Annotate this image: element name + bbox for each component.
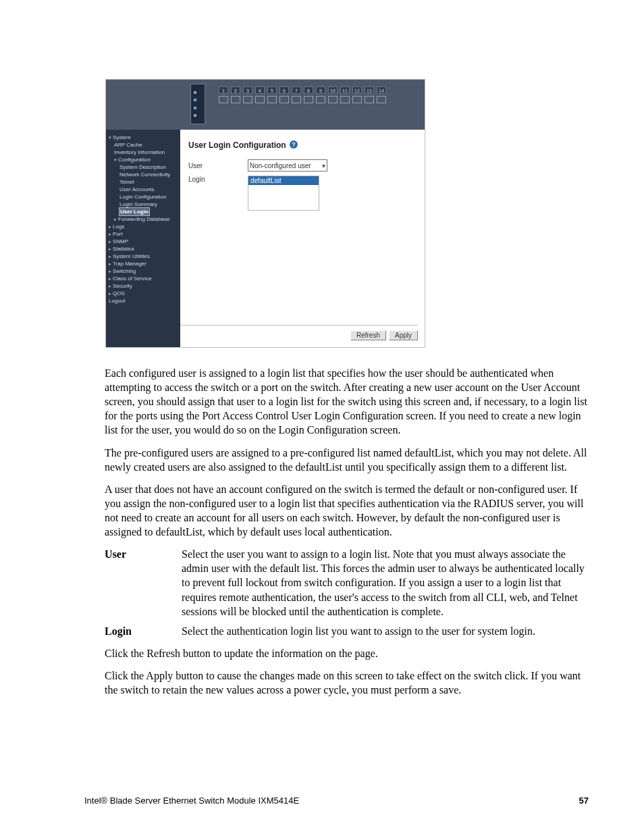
- nav-item[interactable]: SNMP: [109, 238, 178, 245]
- port-socket-icon: [328, 96, 338, 103]
- help-icon[interactable]: ?: [290, 140, 298, 149]
- port-number: 11: [340, 86, 350, 94]
- nav-item[interactable]: Logout: [109, 297, 178, 305]
- footer-product: Intel® Blade Server Ethernet Switch Modu…: [84, 796, 299, 806]
- login-listbox[interactable]: defaultList: [248, 176, 319, 211]
- nav-item[interactable]: Login Summary: [109, 201, 178, 208]
- port-number: 6: [279, 86, 289, 94]
- content-panel: User Login Configuration ? User Non-conf…: [180, 130, 425, 347]
- def-term-user: User: [105, 547, 182, 619]
- nav-item[interactable]: Class of Service: [109, 275, 178, 282]
- paragraph: Click the Refresh button to update the i…: [105, 646, 589, 660]
- refresh-button[interactable]: Refresh: [350, 330, 386, 340]
- embedded-screenshot: 1234567891011121314 SystemARP CacheInven…: [106, 80, 425, 347]
- port-socket-icon: [340, 96, 350, 103]
- def-term-login: Login: [105, 624, 182, 638]
- nav-item[interactable]: Logs: [109, 223, 178, 230]
- port-socket-icon: [292, 96, 301, 103]
- port-socket-icon: [255, 96, 265, 103]
- port-number: 9: [316, 86, 325, 94]
- port-socket-icon: [219, 96, 228, 103]
- port-number: 13: [365, 86, 374, 94]
- port-number: 8: [304, 86, 313, 94]
- port-number: 3: [243, 86, 252, 94]
- user-label: User: [188, 162, 248, 170]
- nav-item[interactable]: System: [109, 134, 178, 141]
- nav-item[interactable]: Statistics: [109, 245, 178, 253]
- def-desc-user: Select the user you want to assign to a …: [182, 547, 589, 619]
- paragraph: Each configured user is assigned to a lo…: [105, 366, 589, 438]
- port-socket-icon: [304, 96, 313, 103]
- port-socket-icon: [316, 96, 325, 103]
- user-select[interactable]: Non-configured user▾: [248, 159, 327, 172]
- paragraph: A user that does not have an account con…: [105, 482, 589, 539]
- nav-item[interactable]: Login Configuration: [109, 193, 178, 201]
- port-socket-icon: [231, 96, 240, 103]
- port-number: 1: [219, 86, 228, 94]
- chevron-down-icon: ▾: [319, 162, 325, 170]
- port-socket-icon: [279, 96, 289, 103]
- port-number: 12: [352, 86, 362, 94]
- nav-item[interactable]: ARP Cache: [109, 141, 178, 149]
- nav-item[interactable]: System Utilities: [109, 253, 178, 260]
- login-listbox-selected[interactable]: defaultList: [248, 176, 319, 185]
- login-label: Login: [188, 176, 248, 183]
- port-socket-icon: [365, 96, 374, 103]
- nav-item[interactable]: Security: [109, 282, 178, 290]
- port-number: 4: [255, 86, 265, 94]
- nav-item[interactable]: Forwarding Database: [109, 215, 178, 223]
- paragraph: Click the Apply button to cause the chan…: [105, 669, 589, 697]
- port-number: 7: [292, 86, 301, 94]
- definition-list: User Select the user you want to assign …: [105, 547, 589, 638]
- nav-item[interactable]: System Description: [109, 163, 178, 171]
- footer-page-number: 57: [579, 796, 589, 806]
- screenshot-banner: 1234567891011121314: [106, 80, 425, 130]
- page-footer: Intel® Blade Server Ethernet Switch Modu…: [84, 796, 589, 806]
- port-number: 10: [328, 86, 338, 94]
- port-number: 14: [377, 86, 386, 94]
- nav-item[interactable]: Network Connectivity: [109, 171, 178, 178]
- port-number: 2: [231, 86, 240, 94]
- nav-item[interactable]: Trap Manager: [109, 260, 178, 267]
- port-socket-icon: [267, 96, 277, 103]
- nav-item[interactable]: Inventory Information: [109, 149, 178, 156]
- nav-item[interactable]: QOS: [109, 290, 178, 297]
- nav-item[interactable]: Switching: [109, 267, 178, 275]
- port-socket-icon: [352, 96, 362, 103]
- port-socket-icon: [243, 96, 252, 103]
- port-panel: 1234567891011121314: [219, 86, 386, 103]
- paragraph: The pre-configured users are assigned to…: [105, 446, 589, 474]
- def-desc-login: Select the authentication login list you…: [182, 624, 589, 638]
- nav-item[interactable]: Configuration: [109, 156, 178, 163]
- nav-item[interactable]: Telnet: [109, 178, 178, 186]
- port-number: 5: [267, 86, 277, 94]
- nav-item[interactable]: Port: [109, 230, 178, 238]
- nav-item[interactable]: User Accounts: [109, 186, 178, 193]
- nav-item[interactable]: User Login: [109, 208, 178, 215]
- nav-tree: SystemARP CacheInventory InformationConf…: [106, 130, 180, 347]
- port-socket-icon: [377, 96, 386, 103]
- chassis-icon: [190, 84, 205, 124]
- apply-button[interactable]: Apply: [389, 330, 418, 340]
- panel-title: User Login Configuration ?: [188, 140, 419, 150]
